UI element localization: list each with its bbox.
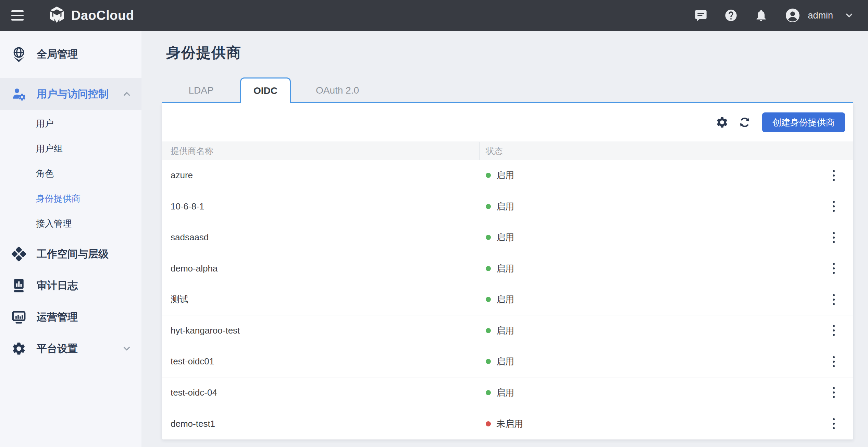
gear-icon	[11, 341, 26, 357]
sidebar-item-label: 审计日志	[37, 279, 78, 293]
sidebar-item-roles[interactable]: 角色	[0, 161, 141, 186]
status-label: 启用	[496, 293, 514, 305]
row-actions-menu-button[interactable]	[829, 229, 838, 246]
sidebar-item-label: 工作空间与层级	[37, 247, 109, 261]
row-actions-menu-button[interactable]	[829, 415, 838, 433]
chevron-down-icon	[122, 343, 132, 354]
provider-name: hyt-kangaroo-test	[162, 315, 480, 346]
table-row: azure 启用	[162, 160, 853, 191]
actions-cell	[814, 191, 853, 222]
menu-toggle-button[interactable]	[11, 10, 24, 21]
status-label: 启用	[496, 263, 514, 275]
table-row: hyt-kangaroo-test 启用	[162, 315, 853, 347]
sidebar: 全局管理 用户与访问控制 用户 用户组 角色 身份提供商 接入管理	[0, 31, 141, 447]
tab-oidc[interactable]: OIDC	[240, 77, 291, 103]
sidebar-item-platform-settings[interactable]: 平台设置	[0, 333, 141, 364]
provider-name: test-oidc-04	[162, 377, 480, 408]
status-cell: 启用	[480, 315, 814, 346]
row-actions-menu-button[interactable]	[829, 353, 838, 371]
username: admin	[808, 10, 833, 21]
sidebar-subitem-label: 接入管理	[36, 218, 72, 230]
sidebar-subitem-label: 用户组	[36, 143, 63, 155]
column-header-status: 状态	[480, 142, 814, 160]
status-cell: 启用	[480, 346, 814, 377]
refresh-button[interactable]	[738, 116, 751, 129]
table-row: demo-test1 未启用	[162, 408, 853, 439]
message-icon	[694, 9, 708, 22]
status-cell: 启用	[480, 222, 814, 253]
page-title: 身份提供商	[166, 43, 868, 62]
table-body: azure 启用 10-6-8-1 启用	[162, 160, 853, 439]
sidebar-subnav: 用户 用户组 角色 身份提供商 接入管理	[0, 110, 141, 238]
gear-icon	[716, 116, 729, 129]
sidebar-item-access-management[interactable]: 接入管理	[0, 211, 141, 236]
topbar-actions: admin	[678, 7, 854, 24]
tab-oauth2[interactable]: OAuth 2.0	[291, 77, 384, 103]
tab-panel: 创建身份提供商 提供商名称 状态 azure 启用 10-6-8-1	[162, 103, 853, 439]
provider-name: demo-alpha	[162, 253, 480, 284]
provider-name: sadsaasd	[162, 222, 480, 253]
provider-name: 10-6-8-1	[162, 191, 480, 222]
help-button[interactable]	[724, 9, 738, 22]
actions-cell	[814, 160, 853, 191]
topbar: DaoCloud admin	[0, 0, 868, 31]
avatar-icon	[784, 7, 801, 24]
sidebar-item-user-groups[interactable]: 用户组	[0, 136, 141, 161]
row-actions-menu-button[interactable]	[829, 384, 838, 401]
help-icon	[724, 9, 738, 22]
table-settings-button[interactable]	[716, 116, 729, 129]
status-dot	[486, 266, 491, 271]
status-dot	[486, 421, 491, 426]
globe-icon	[11, 47, 26, 62]
sidebar-group-users-access[interactable]: 用户与访问控制	[0, 78, 141, 110]
sidebar-item-audit-logs[interactable]: 审计日志	[0, 270, 141, 301]
status-label: 未启用	[496, 418, 523, 430]
create-identity-provider-button[interactable]: 创建身份提供商	[762, 112, 845, 132]
chevron-up-icon	[122, 89, 132, 99]
user-menu-button[interactable]	[844, 10, 854, 21]
table-row: demo-alpha 启用	[162, 253, 853, 285]
message-button[interactable]	[694, 9, 708, 22]
actions-cell	[814, 408, 853, 439]
table-row: sadsaasd 启用	[162, 222, 853, 253]
table-row: 10-6-8-1 启用	[162, 191, 853, 222]
sidebar-item-identity-providers[interactable]: 身份提供商	[0, 186, 141, 211]
sidebar-item-workspaces[interactable]: 工作空间与层级	[0, 238, 141, 270]
sidebar-item-global-management[interactable]: 全局管理	[0, 31, 141, 78]
row-actions-menu-button[interactable]	[829, 197, 838, 215]
row-actions-menu-button[interactable]	[829, 259, 838, 277]
sidebar-item-operations[interactable]: 运营管理	[0, 301, 141, 333]
actions-cell	[814, 222, 853, 253]
provider-name: test-oidc01	[162, 346, 480, 377]
status-label: 启用	[496, 355, 514, 367]
sidebar-subitem-label: 身份提供商	[36, 193, 80, 205]
user-gear-icon	[11, 86, 26, 102]
status-label: 启用	[496, 387, 514, 399]
workspace-icon	[11, 246, 26, 262]
table-row: 测试 启用	[162, 284, 853, 315]
row-actions-menu-button[interactable]	[829, 322, 838, 339]
row-actions-menu-button[interactable]	[829, 291, 838, 309]
actions-cell	[814, 284, 853, 315]
status-cell: 未启用	[480, 408, 814, 439]
table-header: 提供商名称 状态	[162, 142, 853, 160]
sidebar-item-label: 全局管理	[37, 47, 78, 61]
tab-ldap[interactable]: LDAP	[162, 77, 240, 103]
brand: DaoCloud	[48, 6, 134, 25]
status-cell: 启用	[480, 377, 814, 408]
main-content: 身份提供商 LDAP OIDC OAuth 2.0 创建身份提供商	[141, 31, 868, 447]
audit-log-icon	[11, 278, 26, 293]
status-dot	[486, 297, 491, 302]
user-avatar-button[interactable]	[784, 7, 801, 24]
status-dot	[486, 328, 491, 333]
sidebar-item-label: 运营管理	[37, 310, 78, 324]
notifications-button[interactable]	[754, 9, 768, 22]
actions-cell	[814, 377, 853, 408]
status-dot	[486, 204, 491, 209]
bell-icon	[754, 9, 768, 22]
provider-name: 测试	[162, 284, 480, 315]
status-dot	[486, 173, 491, 178]
row-actions-menu-button[interactable]	[829, 167, 838, 184]
sidebar-item-users[interactable]: 用户	[0, 111, 141, 136]
status-cell: 启用	[480, 253, 814, 284]
